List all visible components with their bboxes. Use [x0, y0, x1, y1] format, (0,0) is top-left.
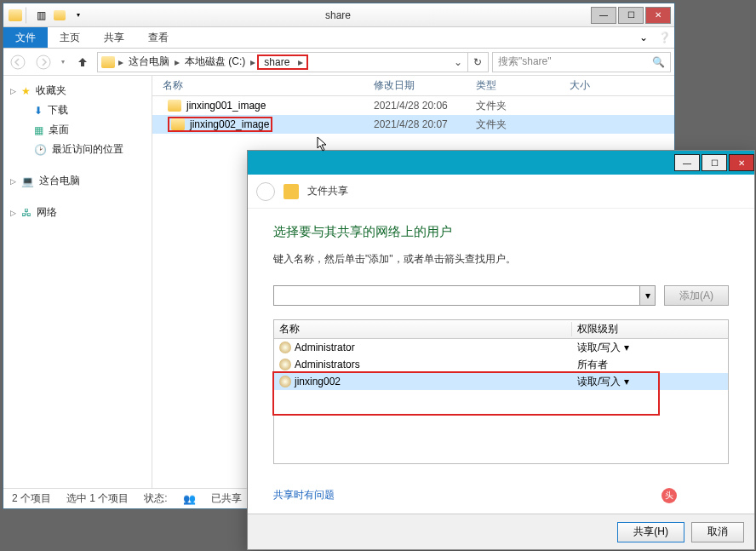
file-name: jinxing001_image — [186, 100, 266, 112]
dialog-description: 键入名称，然后单击"添加"，或者单击箭头查找用户。 — [273, 252, 729, 267]
user-combobox[interactable]: ▾ — [273, 285, 656, 306]
crumb-folder[interactable]: share — [261, 55, 293, 70]
perm-header: 名称 权限级别 — [274, 320, 728, 339]
sidebar-label: 这台电脑 — [39, 174, 80, 188]
back-icon[interactable] — [256, 182, 275, 201]
status-count: 2 个项目 — [12, 491, 51, 506]
new-folder-icon[interactable] — [51, 7, 68, 24]
folder-icon — [171, 118, 185, 130]
folder-icon[interactable] — [7, 7, 24, 24]
tab-file[interactable]: 文件 — [3, 27, 48, 48]
address-field[interactable]: ▸ 这台电脑 ▸ 本地磁盘 (C:) ▸ share ▸ ⌄ ↻ — [97, 52, 489, 72]
download-icon: ⬇ — [34, 105, 43, 117]
users-icon — [279, 359, 291, 370]
shared-icon: 👥 — [183, 493, 196, 505]
location-folder-icon — [101, 56, 115, 68]
col-date[interactable]: 修改日期 — [374, 78, 476, 93]
ribbon-expand-icon[interactable]: ⌄ — [633, 27, 654, 48]
collapse-icon[interactable]: ▷ — [10, 87, 16, 95]
sidebar-label: 桌面 — [49, 123, 69, 137]
crumb-pc[interactable]: 这台电脑 — [125, 53, 173, 71]
recent-dropdown-icon[interactable]: ▾ — [58, 51, 68, 73]
file-date: 2021/4/28 20:06 — [374, 100, 476, 112]
add-button[interactable]: 添加(A) — [664, 285, 729, 306]
desktop-icon: ▦ — [34, 124, 43, 136]
file-row[interactable]: jinxing001_image 2021/4/28 20:06 文件夹 — [152, 96, 674, 115]
recent-icon: 🕑 — [34, 144, 47, 156]
status-selected: 选中 1 个项目 — [66, 491, 129, 506]
address-bar: ▾ ▸ 这台电脑 ▸ 本地磁盘 (C:) ▸ share ▸ ⌄ ↻ 搜索"sh… — [3, 49, 674, 76]
perm-col-level[interactable]: 权限级别 — [572, 322, 728, 336]
sidebar-favorites[interactable]: ▷ ★ 收藏夹 — [3, 81, 152, 100]
minimize-button[interactable]: — — [591, 7, 616, 24]
share-button[interactable]: 共享(H) — [617, 522, 684, 542]
sidebar-downloads[interactable]: ⬇ 下载 — [3, 100, 152, 120]
cancel-button[interactable]: 取消 — [691, 522, 744, 542]
perm-row[interactable]: Administrators 所有者 — [274, 356, 728, 373]
maximize-button[interactable]: ☐ — [618, 7, 644, 24]
column-headers: 名称 修改日期 类型 大小 — [152, 76, 674, 96]
trouble-link[interactable]: 共享时有问题 — [273, 488, 335, 502]
file-type: 文件夹 — [476, 118, 570, 132]
help-icon[interactable]: ❔ — [654, 27, 674, 48]
sidebar-network[interactable]: ▷ 🖧 网络 — [3, 203, 152, 222]
forward-button[interactable] — [32, 51, 54, 73]
file-row[interactable]: jinxing002_image 2021/4/28 20:07 文件夹 — [152, 115, 674, 134]
crumb-drive[interactable]: 本地磁盘 (C:) — [181, 53, 249, 71]
user-icon — [279, 342, 291, 353]
tab-home[interactable]: 主页 — [48, 27, 92, 48]
close-button[interactable]: ✕ — [645, 7, 671, 24]
chevron-down-icon[interactable]: ▾ — [639, 286, 655, 305]
search-icon[interactable]: 🔍 — [652, 56, 665, 68]
sidebar-label: 下载 — [48, 103, 68, 118]
dialog-minimize-button[interactable]: — — [674, 154, 700, 171]
perm-user: Administrators — [295, 359, 360, 370]
tab-share[interactable]: 共享 — [92, 27, 136, 48]
refresh-icon[interactable]: ↻ — [467, 53, 486, 72]
window-controls: — ☐ ✕ — [589, 7, 671, 24]
dialog-close-button[interactable]: ✕ — [729, 154, 754, 171]
collapse-icon[interactable]: ▷ — [10, 209, 16, 217]
col-name[interactable]: 名称 — [152, 78, 374, 93]
quick-access-toolbar: ▥ ▾ — [7, 7, 87, 24]
chevron-right-icon[interactable]: ▸ — [173, 56, 181, 68]
sidebar: ▷ ★ 收藏夹 ⬇ 下载 ▦ 桌面 🕑 最近访问的位置 — [3, 76, 152, 488]
qat-dropdown-icon[interactable]: ▾ — [70, 7, 87, 24]
chevron-down-icon[interactable]: ▾ — [624, 342, 629, 353]
chevron-right-icon[interactable]: ▸ — [296, 56, 305, 68]
back-button[interactable] — [7, 51, 29, 73]
file-name: jinxing002_image — [190, 118, 269, 130]
sidebar-label: 最近访问的位置 — [52, 142, 123, 157]
dialog-footer: 共享(H) 取消 — [248, 514, 754, 549]
file-date: 2021/4/28 20:07 — [374, 118, 476, 130]
star-icon: ★ — [21, 85, 31, 97]
perm-level: 读取/写入 — [577, 341, 621, 355]
tab-view[interactable]: 查看 — [136, 27, 180, 48]
collapse-icon[interactable]: ▷ — [10, 177, 16, 186]
sidebar-label: 网络 — [37, 205, 57, 220]
titlebar: ▥ ▾ share — ☐ ✕ — [3, 3, 674, 27]
perm-col-name[interactable]: 名称 — [274, 322, 572, 336]
properties-icon[interactable]: ▥ — [32, 7, 49, 24]
dialog-titlebar: — ☐ ✕ — [248, 151, 754, 175]
search-input[interactable]: 搜索"share" 🔍 — [492, 52, 671, 72]
sidebar-recent[interactable]: 🕑 最近访问的位置 — [3, 140, 152, 159]
status-state-label: 状态: — [144, 491, 167, 506]
svg-point-1 — [37, 55, 50, 69]
dialog-heading: 选择要与其共享的网络上的用户 — [273, 224, 729, 240]
dialog-title: 文件共享 — [307, 184, 348, 198]
dialog-body: 选择要与其共享的网络上的用户 键入名称，然后单击"添加"，或者单击箭头查找用户。… — [248, 209, 754, 518]
sidebar-desktop[interactable]: ▦ 桌面 — [3, 120, 152, 140]
network-icon: 🖧 — [21, 207, 32, 219]
chevron-right-icon[interactable]: ▸ — [117, 56, 125, 68]
col-size[interactable]: 大小 — [570, 78, 629, 93]
ribbon-tabs: 文件 主页 共享 查看 ⌄ ❔ — [3, 27, 674, 49]
sidebar-this-pc[interactable]: ▷ 💻 这台电脑 — [3, 171, 152, 191]
address-dropdown-icon[interactable]: ⌄ — [449, 56, 467, 68]
permissions-table: 名称 权限级别 Administrator 读取/写入▾ Administrat… — [273, 319, 729, 464]
chevron-right-icon[interactable]: ▸ — [249, 56, 257, 68]
col-type[interactable]: 类型 — [476, 78, 570, 93]
up-button[interactable] — [72, 51, 94, 73]
dialog-maximize-button[interactable]: ☐ — [702, 154, 727, 171]
perm-row[interactable]: Administrator 读取/写入▾ — [274, 339, 728, 356]
